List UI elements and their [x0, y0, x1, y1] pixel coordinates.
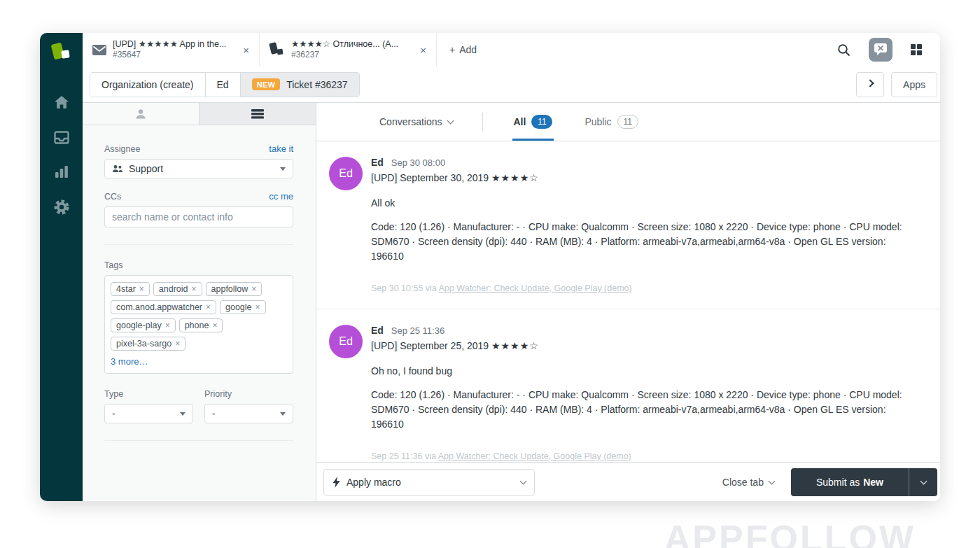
avatar: Ed — [329, 157, 363, 190]
apps-panel-button[interactable]: Apps — [891, 72, 937, 97]
submit-button[interactable]: Submit as New — [791, 468, 909, 496]
remove-tag-icon[interactable]: × — [212, 321, 217, 330]
avatar: Ed — [329, 325, 363, 358]
tag-pill[interactable]: google× — [220, 300, 266, 314]
conversation-header: Conversations All 11 Public 11 — [316, 103, 940, 141]
via-channel-link[interactable]: App Watcher: Check Update, Google Play (… — [438, 451, 631, 461]
tag-pill[interactable]: android× — [153, 282, 202, 296]
tab-public[interactable]: Public 11 — [583, 103, 640, 141]
cc-me-link[interactable]: cc me — [269, 191, 293, 202]
home-icon — [54, 95, 69, 109]
tag-pill[interactable]: pixel-3a-sargo× — [111, 337, 186, 351]
ticket-tab-35647[interactable]: [UPD] ★★★★★ App in the... #35647 × — [83, 33, 260, 66]
message-body: All ok — [371, 197, 918, 209]
breadcrumb-organization[interactable]: Organization (create) — [90, 73, 206, 97]
assignee-select[interactable]: Support — [104, 159, 293, 178]
chat-off-icon — [869, 38, 892, 62]
sidebar-item-reporting[interactable] — [40, 155, 83, 190]
sidebar-item-admin[interactable] — [40, 190, 83, 225]
assignee-value: Support — [129, 163, 163, 174]
submit-status: New — [863, 477, 883, 488]
submit-prefix: Submit as — [816, 477, 860, 488]
remove-tag-icon[interactable]: × — [175, 339, 180, 349]
remove-tag-icon[interactable]: × — [255, 302, 260, 312]
tag-label: 4star — [116, 284, 136, 294]
footer-via: via — [425, 451, 436, 461]
grid-icon — [911, 44, 922, 55]
remove-tag-icon[interactable]: × — [192, 284, 197, 294]
add-ticket-button[interactable]: + Add — [437, 33, 489, 66]
priority-value: - — [212, 408, 216, 419]
star-rating: ★★★★☆ — [491, 340, 539, 351]
tag-label: google-play — [116, 321, 162, 330]
breadcrumb-requester[interactable]: Ed — [206, 73, 241, 97]
priority-select[interactable]: - — [204, 404, 293, 423]
tags-field[interactable]: 4star× android× appfollow× com.anod.appw… — [104, 275, 293, 374]
close-tab-icon[interactable]: × — [417, 43, 429, 57]
tag-pill[interactable]: phone× — [179, 318, 223, 332]
message: Ed Ed Sep 25 11:36 [UPD] September 25, 2… — [316, 309, 940, 461]
tab-public-label: Public — [584, 116, 611, 127]
count-badge: 11 — [531, 115, 552, 129]
priority-label: Priority — [204, 389, 293, 399]
ticket-tab-bar: [UPD] ★★★★★ App in the... #35647 × ★★★★☆… — [83, 33, 940, 66]
remove-tag-icon[interactable]: × — [206, 302, 211, 312]
sidebar-item-views[interactable] — [40, 120, 83, 155]
close-tab-icon[interactable]: × — [240, 43, 252, 57]
remove-tag-icon[interactable]: × — [251, 284, 256, 294]
status-badge: NEW — [252, 78, 281, 90]
chevron-right-icon — [866, 79, 874, 87]
tag-pill[interactable]: 4star× — [111, 282, 150, 296]
next-ticket-button[interactable] — [856, 72, 884, 97]
type-select[interactable]: - — [104, 404, 193, 423]
panel-tabs — [83, 103, 316, 125]
device-info: Code: 120 (1.26) · Manufacturer: - · CPU… — [371, 220, 918, 264]
take-it-link[interactable]: take it — [269, 143, 293, 154]
breadcrumb: Organization (create) Ed NEW Ticket #362… — [90, 72, 360, 97]
chevron-down-icon — [447, 118, 454, 125]
remove-tag-icon[interactable]: × — [165, 321, 170, 330]
via-channel-link[interactable]: App Watcher: Check Update, Google Play (… — [439, 283, 632, 293]
tags-label: Tags — [104, 260, 293, 270]
apps-tray-button[interactable] — [911, 44, 922, 55]
conversations-dropdown[interactable]: Conversations — [379, 103, 453, 141]
count-badge: 11 — [617, 115, 638, 129]
apply-macro-select[interactable]: Apply macro — [323, 469, 535, 496]
search-button[interactable] — [837, 43, 850, 57]
ticket-label: Ticket #36237 — [286, 79, 347, 90]
ticket-tab-36237[interactable]: ★★★★☆ Отличное... (A... #36237 × — [260, 33, 437, 66]
message-time: Sep 25 11:36 — [391, 325, 444, 336]
appfollow-watermark: APPFOLLOW — [664, 517, 916, 548]
tab-title: [UPD] ★★★★★ App in the... — [113, 39, 226, 50]
message-list[interactable]: Ed Ed Sep 30 08:00 [UPD] September 30, 2… — [316, 141, 940, 462]
close-tab-dropdown[interactable]: Close tab — [722, 477, 774, 488]
tab-all[interactable]: All 11 — [512, 103, 554, 141]
message-author[interactable]: Ed — [371, 325, 384, 336]
panel-body: Assignee take it Support CCs cc me T — [83, 125, 316, 456]
tab-requester[interactable] — [83, 103, 199, 125]
product-sidebar — [40, 33, 83, 501]
message-author[interactable]: Ed — [371, 157, 384, 168]
chat-toggle-button[interactable] — [869, 38, 892, 62]
sidebar-item-home[interactable] — [40, 85, 83, 120]
footer-via: via — [426, 283, 437, 293]
remove-tag-icon[interactable]: × — [139, 284, 144, 294]
breadcrumb-ticket[interactable]: NEW Ticket #36237 — [241, 73, 359, 97]
tag-pill[interactable]: com.anod.appwatcher× — [111, 300, 216, 314]
tab-all-label: All — [514, 116, 526, 127]
lightning-icon — [332, 477, 340, 488]
message-subject: [UPD] September 30, 2019 — [371, 172, 489, 183]
more-tags-link[interactable]: 3 more… — [111, 356, 148, 367]
views-icon — [54, 131, 69, 144]
tag-pill[interactable]: appfollow× — [206, 282, 262, 296]
tab-ticket-fields[interactable] — [199, 103, 316, 125]
submit-options-button[interactable] — [909, 468, 937, 496]
star-rating: ★★★★☆ — [491, 172, 539, 183]
chevron-down-icon — [769, 477, 776, 484]
tag-pill[interactable]: google-play× — [111, 318, 176, 332]
envelope-icon — [92, 45, 106, 55]
message-footer: Sep 25 11:36 via App Watcher: Check Upda… — [371, 451, 918, 461]
main-column: [UPD] ★★★★★ App in the... #35647 × ★★★★☆… — [83, 33, 940, 501]
assignee-label: Assignee — [104, 144, 140, 154]
ccs-input[interactable] — [104, 206, 293, 227]
